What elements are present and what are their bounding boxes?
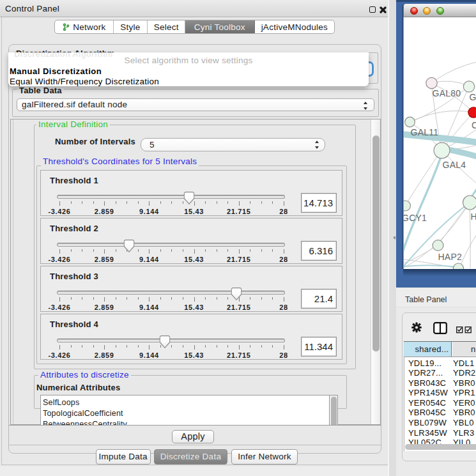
svg-text:GAL11: GAL11 (411, 127, 439, 137)
svg-text:GAL4: GAL4 (443, 160, 466, 170)
svg-text:GCY1: GCY1 (404, 213, 427, 223)
svg-text:C: C (472, 120, 476, 130)
svg-text:H: H (471, 211, 476, 222)
svg-text:HAP2: HAP2 (438, 252, 463, 262)
svg-text:GA: GA (470, 92, 476, 102)
svg-text:GAL80: GAL80 (433, 88, 461, 98)
